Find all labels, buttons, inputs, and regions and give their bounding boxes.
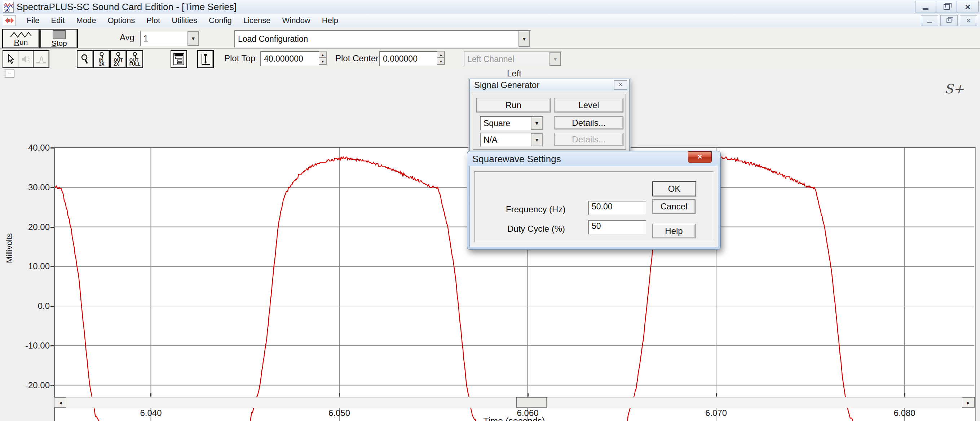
peak-hold-button[interactable] bbox=[33, 50, 49, 68]
zoom-out-full-button[interactable]: OUTFULL bbox=[127, 50, 143, 68]
stop-button[interactable]: Stop bbox=[40, 29, 78, 48]
duty-cycle-input[interactable] bbox=[588, 220, 646, 235]
signal-generator-window: Signal Generator × Run Level Square ▼ De… bbox=[469, 79, 630, 152]
avg-combobox[interactable]: 1 ▼ bbox=[140, 31, 200, 46]
zoom-tool-button[interactable] bbox=[77, 50, 93, 68]
avg-label: Avg bbox=[120, 32, 135, 43]
mdi-close-icon: × bbox=[966, 17, 970, 24]
spinner-up-icon[interactable]: ▲ bbox=[437, 51, 445, 58]
plot-center-value[interactable] bbox=[380, 54, 437, 64]
menu-plot[interactable]: Plot bbox=[141, 14, 166, 27]
restore-button[interactable] bbox=[936, 1, 957, 13]
signal-generator-titlebar[interactable]: Signal Generator × bbox=[470, 79, 629, 91]
plot-collapse-button[interactable]: − bbox=[5, 70, 14, 78]
close-icon: × bbox=[965, 2, 970, 11]
menu-options[interactable]: Options bbox=[102, 14, 141, 27]
mdi-minimize-button[interactable] bbox=[921, 15, 938, 26]
y-tick--10.00: -10.00 bbox=[10, 341, 50, 351]
y-tick-10.00: 10.00 bbox=[10, 261, 50, 272]
svg-text:SC: SC bbox=[4, 8, 10, 12]
y-tick-40.00: 40.00 bbox=[10, 143, 50, 153]
speaker-monitor-button[interactable] bbox=[18, 50, 34, 68]
mdi-restore-button[interactable] bbox=[940, 15, 958, 26]
document-waveform-icon[interactable] bbox=[3, 15, 16, 26]
speaker-icon bbox=[21, 54, 31, 64]
menu-items: FileEditModeOptionsPlotUtilitiesConfigLi… bbox=[21, 14, 344, 27]
main-toolbar: Run Stop Avg 1 ▼ Load Configuration ▼ bbox=[0, 27, 980, 49]
plot-center-input[interactable] bbox=[379, 51, 438, 66]
avg-dropdown-arrow-icon[interactable]: ▼ bbox=[188, 31, 199, 46]
scrollbar-thumb[interactable] bbox=[516, 397, 547, 408]
cancel-button[interactable]: Cancel bbox=[652, 199, 695, 214]
options-dialog-icon bbox=[173, 53, 184, 65]
waveform2-combobox[interactable]: N/A ▼ bbox=[480, 133, 543, 147]
frequency-input[interactable] bbox=[588, 201, 646, 215]
vertical-scale-button[interactable] bbox=[197, 50, 214, 68]
cursor-arrow-icon bbox=[7, 54, 15, 64]
y-tick--30.00: -30.00 bbox=[10, 419, 50, 421]
mdi-window-controls: × bbox=[921, 15, 977, 26]
display-options-button[interactable] bbox=[170, 50, 187, 68]
menu-window[interactable]: Window bbox=[277, 14, 316, 27]
zoom-in-2x-button[interactable]: IN2X bbox=[93, 50, 110, 68]
close-button[interactable]: × bbox=[957, 1, 978, 13]
signal-generator-close-button[interactable]: × bbox=[614, 80, 627, 90]
waveform2-dropdown-arrow-icon[interactable]: ▼ bbox=[531, 133, 542, 146]
y-tick-30.00: 30.00 bbox=[10, 183, 50, 192]
minimize-icon bbox=[923, 8, 928, 10]
y-tick--20.00: -20.00 bbox=[10, 380, 50, 390]
zoom-out-2x-button[interactable]: OUT2X bbox=[110, 50, 127, 68]
scrollbar-left-arrow[interactable]: ◄ bbox=[54, 397, 67, 408]
duty-cycle-value[interactable] bbox=[589, 221, 649, 231]
run-button[interactable]: Run bbox=[2, 29, 40, 48]
channel-value: Left Channel bbox=[465, 54, 549, 64]
menu-edit[interactable]: Edit bbox=[45, 14, 70, 27]
window-title: SpectraPLUS-SC Sound Card Edition - [Tim… bbox=[17, 2, 237, 13]
y-axis-label: Millivolts bbox=[0, 241, 56, 263]
squarewave-close-button[interactable]: × bbox=[688, 151, 712, 163]
plot-top-spinner[interactable]: ▲▼ bbox=[319, 51, 327, 65]
y-tick-mark bbox=[51, 266, 54, 267]
ok-button[interactable]: OK bbox=[652, 181, 696, 197]
load-configuration-combobox[interactable]: Load Configuration ▼ bbox=[234, 30, 531, 48]
plot-top-value[interactable] bbox=[261, 54, 319, 64]
menu-file[interactable]: File bbox=[21, 14, 45, 27]
waveform1-combobox[interactable]: Square ▼ bbox=[480, 116, 543, 130]
plot-top-label: Plot Top bbox=[224, 53, 255, 64]
help-button[interactable]: Help bbox=[652, 224, 695, 238]
waveform-icon bbox=[10, 31, 32, 38]
menu-mode[interactable]: Mode bbox=[70, 14, 102, 27]
load-configuration-dropdown-arrow-icon[interactable]: ▼ bbox=[519, 31, 530, 47]
spinner-up-icon[interactable]: ▲ bbox=[319, 51, 327, 58]
menu-license[interactable]: License bbox=[238, 14, 277, 27]
scrollbar-track[interactable] bbox=[66, 397, 962, 408]
spectraplus-logo: S+ bbox=[944, 81, 964, 96]
cursor-tool-button[interactable] bbox=[3, 50, 19, 68]
squarewave-settings-dialog: Squarewave Settings × Frequency (Hz) Dut… bbox=[467, 151, 721, 250]
waveform1-dropdown-arrow-icon[interactable]: ▼ bbox=[531, 117, 542, 130]
generator-run-button[interactable]: Run bbox=[476, 98, 550, 113]
scrollbar-right-arrow[interactable]: ► bbox=[962, 397, 975, 408]
y-tick-mark bbox=[51, 385, 54, 386]
y-tick-mark bbox=[51, 306, 54, 307]
details1-button[interactable]: Details... bbox=[554, 116, 624, 129]
generator-level-button[interactable]: Level bbox=[554, 98, 624, 113]
plot-center-spinner[interactable]: ▲▼ bbox=[437, 51, 445, 65]
spinner-down-icon[interactable]: ▼ bbox=[319, 58, 327, 65]
signal-generator-title: Signal Generator bbox=[470, 80, 614, 90]
frequency-value[interactable] bbox=[589, 202, 649, 212]
y-tick-mark bbox=[51, 345, 54, 346]
stop-label: Stop bbox=[51, 40, 67, 47]
menu-config[interactable]: Config bbox=[203, 14, 238, 27]
mdi-close-button[interactable]: × bbox=[960, 15, 977, 26]
spinner-down-icon[interactable]: ▼ bbox=[437, 58, 445, 65]
plot-top-input[interactable] bbox=[260, 51, 320, 66]
menu-utilities[interactable]: Utilities bbox=[166, 14, 203, 27]
y-tick-mark bbox=[51, 148, 54, 148]
x-tick-mark bbox=[904, 393, 905, 397]
menu-help[interactable]: Help bbox=[316, 14, 344, 27]
y-tick-mark bbox=[51, 187, 54, 188]
avg-value: 1 bbox=[141, 34, 188, 44]
duty-cycle-label: Duty Cycle (%) bbox=[507, 224, 565, 234]
minimize-button[interactable] bbox=[915, 1, 936, 13]
